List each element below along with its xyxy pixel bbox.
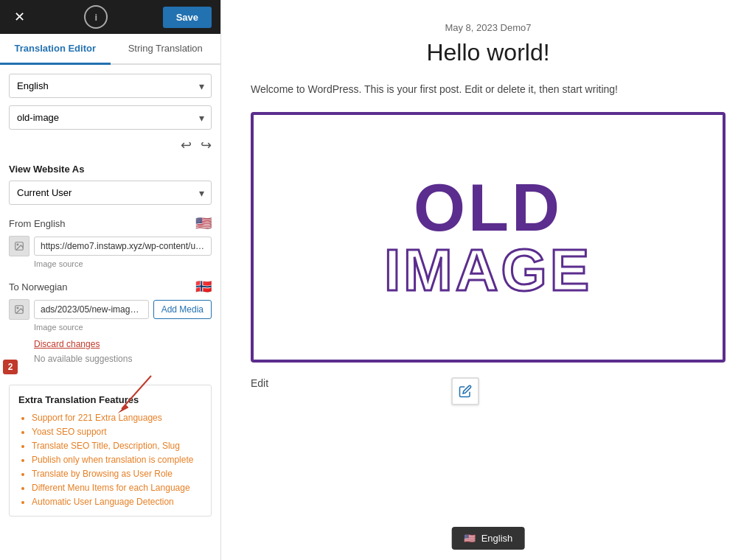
content-inner: 1 May 8, 2023 Demo7 Hello world! Welcome… xyxy=(221,0,755,560)
language-select-wrapper[interactable]: English Norwegian French Spanish xyxy=(9,74,212,98)
save-button[interactable]: Save xyxy=(163,7,212,28)
to-image-input[interactable] xyxy=(34,300,149,319)
to-image-hint: Image source xyxy=(34,323,212,332)
from-image-hint: Image source xyxy=(34,259,212,268)
tabs-container: Translation Editor String Translation xyxy=(0,34,220,65)
post-title: Hello world! xyxy=(251,39,726,66)
tab-string-translation[interactable]: String Translation xyxy=(111,34,221,65)
from-english-lang-row: From English 🇺🇸 xyxy=(9,215,212,231)
post-meta: May 8, 2023 Demo7 xyxy=(251,22,726,33)
nav-back-button[interactable]: ↩ xyxy=(181,137,192,153)
add-media-button[interactable]: Add Media xyxy=(153,300,212,319)
nav-forward-button[interactable]: ↪ xyxy=(201,137,212,153)
extra-features-title: Extra Translation Features xyxy=(18,394,202,405)
nav-arrows: ↩ ↪ xyxy=(9,137,212,153)
step-2-badge: 2 xyxy=(3,360,18,374)
from-image-thumb xyxy=(9,236,29,256)
list-item: Support for 221 Extra Languages xyxy=(32,413,202,423)
top-bar: ✕ i Save xyxy=(0,0,220,34)
us-flag-icon: 🇺🇸 xyxy=(195,215,212,231)
no-suggestions-text: No available suggestions xyxy=(34,354,212,364)
to-image-source-row: Add Media xyxy=(9,299,212,320)
list-item: Publish only when translation is complet… xyxy=(32,455,202,465)
extra-features-section: Extra Translation Features Support for 2… xyxy=(9,385,212,517)
list-item: Translate SEO Title, Description, Slug xyxy=(32,441,202,451)
from-image-source-row xyxy=(9,236,212,256)
svg-point-3 xyxy=(17,307,18,309)
from-english-section: From English 🇺🇸 Image source xyxy=(9,215,212,268)
to-norwegian-section: To Norwegian 🇳🇴 Add Media Image source D… xyxy=(9,279,212,364)
to-image-thumb xyxy=(9,299,29,320)
to-norwegian-label: To Norwegian xyxy=(9,281,68,293)
discard-changes-link[interactable]: Discard changes xyxy=(34,339,100,349)
list-item: Different Menu Items for each Language xyxy=(32,483,202,493)
extra-features-list: Support for 221 Extra Languages Yoast SE… xyxy=(18,413,202,507)
image-text: IMAGE xyxy=(384,241,592,300)
tab-translation-editor[interactable]: Translation Editor xyxy=(0,34,111,65)
from-image-input[interactable] xyxy=(34,237,212,256)
to-norwegian-lang-row: To Norwegian 🇳🇴 xyxy=(9,279,212,295)
from-english-label: From English xyxy=(9,218,66,229)
norwegian-flag-icon: 🇳🇴 xyxy=(195,279,212,295)
list-item: Automatic User Language Detection xyxy=(32,497,202,507)
list-item: Yoast SEO support xyxy=(32,427,202,437)
post-excerpt: Welcome to WordPress. This is your first… xyxy=(251,81,726,97)
svg-point-1 xyxy=(17,244,18,245)
bottom-language-label: English xyxy=(481,533,513,544)
current-user-select[interactable]: Current User Visitor Admin xyxy=(9,181,212,205)
language-select[interactable]: English Norwegian French Spanish xyxy=(9,74,212,98)
main-content-area: 1 May 8, 2023 Demo7 Hello world! Welcome… xyxy=(221,0,755,560)
info-button[interactable]: i xyxy=(84,5,108,29)
us-flag-bottom-icon: 🇺🇸 xyxy=(464,533,476,544)
old-text: OLD xyxy=(414,175,563,241)
list-item: Translate by Browsing as User Role xyxy=(32,469,202,479)
current-user-select-wrapper[interactable]: Current User Visitor Admin xyxy=(9,181,212,205)
view-website-as-label: View Website As xyxy=(9,164,212,175)
edit-pencil-button[interactable] xyxy=(451,377,479,405)
language-pill[interactable]: 🇺🇸 English xyxy=(452,527,525,550)
pencil-icon xyxy=(459,385,472,398)
image-select-wrapper[interactable]: old-image new-image xyxy=(9,105,212,130)
old-image-block: OLD IMAGE xyxy=(251,112,726,363)
panel-content: English Norwegian French Spanish old-ima… xyxy=(0,65,220,560)
edit-link[interactable]: Edit xyxy=(251,377,726,389)
left-panel: ✕ i Save Translation Editor String Trans… xyxy=(0,0,221,560)
image-select[interactable]: old-image new-image xyxy=(9,105,212,130)
close-button[interactable]: ✕ xyxy=(9,7,29,27)
view-website-as-section: View Website As Current User Visitor Adm… xyxy=(9,164,212,205)
